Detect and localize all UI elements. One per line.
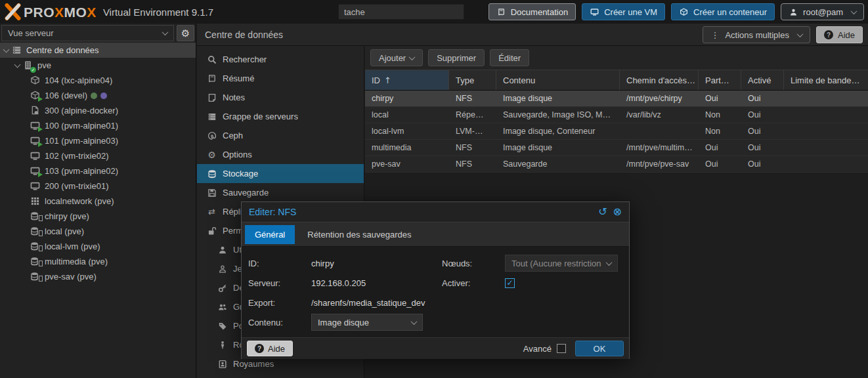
tree-item[interactable]: local (pve): [0, 224, 196, 239]
table-cell: Oui: [699, 91, 741, 106]
chevron-down-icon: [409, 54, 416, 60]
enable-checkbox[interactable]: ✓: [505, 278, 515, 288]
tree-item[interactable]: ✓pve: [0, 58, 196, 73]
bulk-actions-button[interactable]: ⋮ Actions multiples: [703, 26, 810, 43]
field-enable: Activer: ✓: [442, 273, 626, 293]
menu-item-label: Stockage: [223, 169, 258, 178]
table-row[interactable]: localRépe…Sauvegarde, Image ISO, M…/var/…: [365, 107, 868, 123]
storage-icon: [206, 169, 217, 179]
column-header[interactable]: Activé: [741, 70, 784, 90]
menu-item-ceph[interactable]: Ceph: [197, 126, 364, 145]
column-header-label: Type: [456, 75, 474, 85]
tree-item[interactable]: multimedia (pve): [0, 254, 196, 269]
content-select[interactable]: Image disque: [311, 314, 423, 331]
tree-item[interactable]: localnetwork (pve): [0, 194, 196, 209]
menu-item-rechercher[interactable]: Rechercher: [197, 50, 364, 69]
user-menu-button[interactable]: root@pam: [781, 3, 864, 20]
tree-item[interactable]: 300 (alpine-docker): [0, 103, 196, 118]
advanced-checkbox[interactable]: [557, 344, 566, 353]
table-row[interactable]: local-lvmLVM-…Image disque, ConteneurNon…: [365, 123, 868, 140]
menu-item-stockage[interactable]: Stockage: [197, 164, 364, 183]
menu-item-notes[interactable]: Notes: [197, 88, 364, 107]
ok-button[interactable]: OK: [575, 341, 624, 356]
close-icon[interactable]: ⊗: [613, 207, 622, 217]
template-icon: [30, 106, 41, 116]
tree-item-label: 101 (pvm-alpine03): [45, 136, 118, 146]
add-button[interactable]: Ajouter: [370, 49, 423, 66]
column-header[interactable]: Chemin d'accès…: [620, 70, 699, 90]
cube-icon: [679, 8, 689, 16]
column-header[interactable]: ID↑: [365, 70, 449, 90]
table-cell: pve-sav: [365, 156, 449, 172]
menu-item-sauvegarde[interactable]: Sauvegarde: [197, 183, 364, 202]
tree-item-label: 106 (devel): [45, 91, 87, 100]
tree-item[interactable]: pve-sav (pve): [0, 269, 196, 284]
tree-item[interactable]: 101 (pvm-alpine03): [0, 133, 196, 148]
tree-item[interactable]: 103 (pvm-alpine02): [0, 163, 196, 178]
tree-item[interactable]: 102 (vm-trixie02): [0, 148, 196, 163]
documentation-button[interactable]: Documentation: [488, 3, 576, 20]
reset-icon[interactable]: ↺: [598, 207, 607, 217]
remove-button[interactable]: Supprimer: [428, 49, 485, 66]
user-o-icon: [217, 264, 228, 274]
menu-item-label: Royaumes: [233, 359, 274, 369]
caret-down-icon[interactable]: [3, 45, 12, 55]
column-header[interactable]: Type: [449, 70, 496, 90]
search-input[interactable]: [338, 4, 464, 20]
vm-running-icon: [30, 166, 41, 177]
tree-item[interactable]: 106 (devel): [0, 88, 196, 103]
id-label: ID:: [248, 259, 311, 268]
tree-item[interactable]: chirpy (pve): [0, 209, 196, 224]
help-button[interactable]: ? Aide: [816, 26, 863, 43]
column-header[interactable]: Limite de bande…: [784, 70, 868, 90]
tree-item[interactable]: 100 (pvm-alpine01): [0, 118, 196, 133]
table-cell: Image disque, Conteneur: [496, 123, 620, 139]
table-cell: /var/lib/vz: [620, 107, 699, 123]
create-container-button[interactable]: Créer un conteneur: [671, 3, 775, 20]
dialog-titlebar[interactable]: Editer: NFS ↺ ⊗: [242, 202, 629, 222]
menu-item-label: Résumé: [223, 74, 254, 83]
table-row[interactable]: pve-savNFSSauvegarde/mnt/pve/pve-savOuiO…: [365, 156, 868, 173]
field-export: Export: /sharenfs/media_statique_dev: [248, 293, 439, 312]
tree-item-label: pve-sav (pve): [45, 272, 97, 282]
caret-down-icon[interactable]: [14, 60, 23, 70]
view-select[interactable]: Vue serveur: [1, 25, 174, 41]
version-title: Virtual Environment 9.1.7: [103, 7, 213, 18]
tree-item[interactable]: 200 (vm-trixie01): [0, 178, 196, 194]
menu-item-r-sum-[interactable]: Résumé: [197, 69, 364, 88]
advanced-label: Avancé: [523, 344, 552, 354]
menu-item-label: Notes: [223, 93, 245, 102]
tree-item[interactable]: 104 (lxc-alpine04): [0, 73, 196, 88]
tree-item[interactable]: Centre de données: [0, 43, 196, 58]
table-cell: [784, 107, 868, 123]
table-cell: Image disque: [496, 140, 620, 156]
dialog-body: ID: chirpy Serveur: 192.168.0.205 Export…: [242, 247, 629, 337]
table-row[interactable]: chirpyNFSImage disque/mnt/pve/chirpyOuiO…: [365, 91, 868, 107]
tree-settings-button[interactable]: ⚙: [177, 25, 194, 41]
nodes-select[interactable]: Tout (Aucune restriction: [505, 255, 618, 272]
create-vm-button[interactable]: Créer une VM: [582, 3, 665, 20]
menu-item-label: Grappe de serveurs: [223, 112, 298, 121]
lxc-icon: [30, 75, 41, 86]
table-cell: multimedia: [365, 140, 449, 156]
column-header[interactable]: Part…: [699, 70, 741, 90]
table-cell: Oui: [741, 156, 784, 172]
tab-backup-retention[interactable]: Rétention des sauvegardes: [297, 225, 421, 244]
menu-item-grappe-de-serveurs[interactable]: Grappe de serveurs: [197, 107, 364, 126]
export-label: Export:: [248, 298, 311, 308]
running-icon: [38, 96, 43, 102]
question-circle-icon: ?: [824, 30, 833, 39]
chevron-down-icon: [162, 29, 169, 35]
dialog-help-button[interactable]: ? Aide: [247, 341, 293, 356]
column-header[interactable]: Contenu: [496, 70, 620, 90]
tree-item[interactable]: local-lvm (pve): [0, 239, 196, 254]
chevron-down-icon: [797, 31, 804, 37]
menu-item-options[interactable]: ⚙Options: [197, 145, 364, 164]
table-cell: Sauvegarde: [496, 156, 620, 172]
dialog-tabs: Général Rétention des sauvegardes: [242, 222, 629, 247]
edit-button[interactable]: Éditer: [490, 49, 529, 66]
table-row[interactable]: multimediaNFSImage disque/mnt/pve/multim…: [365, 140, 868, 156]
tree-item-label: 200 (vm-trixie01): [45, 181, 109, 191]
tab-general[interactable]: Général: [245, 225, 295, 244]
tree-item-label: 102 (vm-trixie02): [45, 151, 109, 161]
